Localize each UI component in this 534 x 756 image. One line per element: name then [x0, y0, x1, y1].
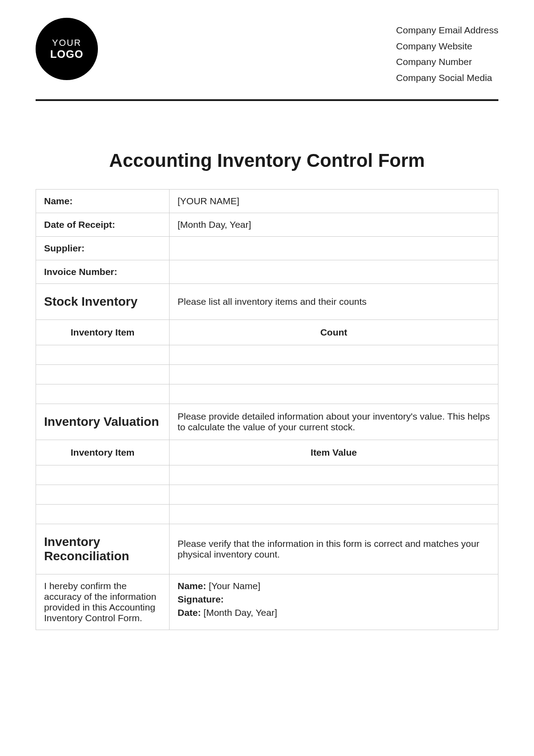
stock-col1: Inventory Item	[36, 319, 170, 345]
stock-inventory-desc: Please list all inventory items and thei…	[170, 283, 498, 319]
confirm-date-value[interactable]: [Month Day, Year]	[203, 607, 277, 618]
supplier-value[interactable]	[170, 236, 498, 260]
logo-line2: LOGO	[50, 48, 84, 61]
page-title: Accounting Inventory Control Form	[36, 150, 498, 171]
form-table: Name: [YOUR NAME] Date of Receipt: [Mont…	[36, 189, 498, 630]
valuation-value-1[interactable]	[170, 465, 498, 485]
stock-count-3[interactable]	[170, 384, 498, 404]
header: YOUR LOGO Company Email Address Company …	[36, 18, 498, 101]
valuation-value-2[interactable]	[170, 485, 498, 504]
confirm-signature-label: Signature:	[178, 594, 224, 604]
row-stock-inventory-heading: Stock Inventory Please list all inventor…	[36, 283, 498, 319]
date-receipt-label: Date of Receipt:	[36, 213, 170, 236]
invoice-value[interactable]	[170, 260, 498, 283]
confirmation-fields: Name: [Your Name] Signature: Date: [Mont…	[170, 574, 498, 630]
row-name: Name: [YOUR NAME]	[36, 189, 498, 213]
stock-row-1	[36, 345, 498, 364]
row-confirmation: I hereby confirm the accuracy of the inf…	[36, 574, 498, 630]
stock-count-2[interactable]	[170, 364, 498, 384]
stock-item-1[interactable]	[36, 345, 170, 364]
valuation-item-1[interactable]	[36, 465, 170, 485]
name-label: Name:	[36, 189, 170, 213]
row-valuation-cols: Inventory Item Item Value	[36, 440, 498, 465]
valuation-col2: Item Value	[170, 440, 498, 465]
valuation-row-2	[36, 485, 498, 504]
confirmation-text: I hereby confirm the accuracy of the inf…	[36, 574, 170, 630]
company-info: Company Email Address Company Website Co…	[396, 22, 498, 86]
stock-item-2[interactable]	[36, 364, 170, 384]
company-number: Company Number	[396, 54, 498, 70]
stock-inventory-heading: Stock Inventory	[36, 283, 170, 319]
invoice-label: Invoice Number:	[36, 260, 170, 283]
company-website: Company Website	[396, 38, 498, 54]
logo-line1: YOUR	[52, 38, 81, 48]
stock-item-3[interactable]	[36, 384, 170, 404]
valuation-col1: Inventory Item	[36, 440, 170, 465]
logo-placeholder: YOUR LOGO	[36, 18, 98, 80]
date-receipt-value[interactable]: [Month Day, Year]	[170, 213, 498, 236]
valuation-item-2[interactable]	[36, 485, 170, 504]
stock-col2: Count	[170, 319, 498, 345]
confirm-date-label: Date:	[178, 607, 201, 618]
valuation-heading: Inventory Valuation	[36, 404, 170, 440]
valuation-row-1	[36, 465, 498, 485]
confirm-name-label: Name:	[178, 581, 206, 591]
row-supplier: Supplier:	[36, 236, 498, 260]
stock-row-3	[36, 384, 498, 404]
row-valuation-heading: Inventory Valuation Please provide detai…	[36, 404, 498, 440]
row-date-receipt: Date of Receipt: [Month Day, Year]	[36, 213, 498, 236]
valuation-value-3[interactable]	[170, 504, 498, 524]
row-stock-inventory-cols: Inventory Item Count	[36, 319, 498, 345]
name-value[interactable]: [YOUR NAME]	[170, 189, 498, 213]
valuation-row-3	[36, 504, 498, 524]
valuation-desc: Please provide detailed information abou…	[170, 404, 498, 440]
row-reconciliation-heading: Inventory Reconciliation Please verify t…	[36, 524, 498, 574]
company-email: Company Email Address	[396, 22, 498, 38]
stock-count-1[interactable]	[170, 345, 498, 364]
row-invoice: Invoice Number:	[36, 260, 498, 283]
valuation-item-3[interactable]	[36, 504, 170, 524]
stock-row-2	[36, 364, 498, 384]
confirm-name-value[interactable]: [Your Name]	[209, 581, 260, 591]
reconciliation-heading: Inventory Reconciliation	[36, 524, 170, 574]
reconciliation-desc: Please verify that the information in th…	[170, 524, 498, 574]
supplier-label: Supplier:	[36, 236, 170, 260]
company-social: Company Social Media	[396, 70, 498, 86]
